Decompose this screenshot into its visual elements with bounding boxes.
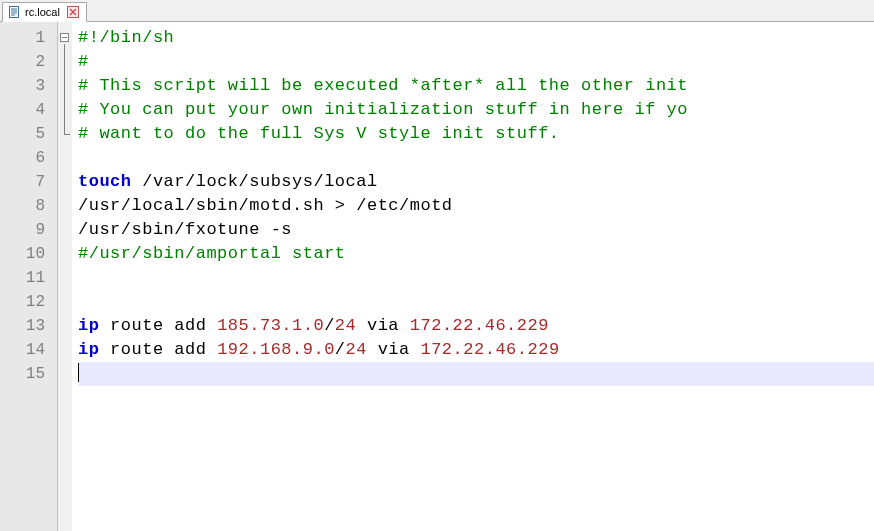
tab-label: rc.local <box>25 6 60 18</box>
code-line[interactable]: # This script will be executed *after* a… <box>78 74 874 98</box>
code-line[interactable] <box>78 146 874 170</box>
code-token: 24 <box>335 316 356 335</box>
code-token: /usr/local/sbin/motd.sh > /etc/motd <box>78 196 453 215</box>
text-caret <box>78 363 79 382</box>
svg-rect-0 <box>10 7 19 18</box>
code-token: /usr/sbin/fxotune -s <box>78 220 292 239</box>
code-token: via <box>356 316 410 335</box>
line-number: 5 <box>0 122 57 146</box>
editor-area: 123456789101112131415 #!/bin/sh## This s… <box>0 22 874 531</box>
file-tab[interactable]: rc.local <box>2 2 87 22</box>
code-token: ip <box>78 340 99 359</box>
code-line[interactable] <box>78 266 874 290</box>
fold-margin[interactable] <box>58 22 72 531</box>
code-line[interactable]: ip route add 185.73.1.0/24 via 172.22.46… <box>78 314 874 338</box>
line-number: 13 <box>0 314 57 338</box>
code-line[interactable]: # <box>78 50 874 74</box>
code-token: 185.73.1.0 <box>217 316 324 335</box>
code-token: / <box>335 340 346 359</box>
code-line[interactable]: /usr/sbin/fxotune -s <box>78 218 874 242</box>
line-number: 7 <box>0 170 57 194</box>
code-token: route add <box>99 316 217 335</box>
code-line[interactable]: touch /var/lock/subsys/local <box>78 170 874 194</box>
line-number: 2 <box>0 50 57 74</box>
line-number-gutter: 123456789101112131415 <box>0 22 58 531</box>
code-token: / <box>324 316 335 335</box>
code-line[interactable]: /usr/local/sbin/motd.sh > /etc/motd <box>78 194 874 218</box>
code-token: #/usr/sbin/amportal start <box>78 244 346 263</box>
code-token: 172.22.46.229 <box>420 340 559 359</box>
code-token: 172.22.46.229 <box>410 316 549 335</box>
code-token: route add <box>99 340 217 359</box>
fold-guide <box>64 44 65 134</box>
line-number: 6 <box>0 146 57 170</box>
line-number: 15 <box>0 362 57 386</box>
line-number: 4 <box>0 98 57 122</box>
line-number: 8 <box>0 194 57 218</box>
file-icon <box>7 5 21 19</box>
code-token: # You can put your own initialization st… <box>78 100 688 119</box>
code-line[interactable]: # You can put your own initialization st… <box>78 98 874 122</box>
code-token: 24 <box>346 340 367 359</box>
code-area[interactable]: #!/bin/sh## This script will be executed… <box>72 22 874 531</box>
code-line[interactable] <box>78 362 874 386</box>
code-token: ip <box>78 316 99 335</box>
line-number: 9 <box>0 218 57 242</box>
code-token: 192.168.9.0 <box>217 340 335 359</box>
line-number: 3 <box>0 74 57 98</box>
tabbar: rc.local <box>0 0 874 22</box>
code-token: # want to do the full Sys V style init s… <box>78 124 560 143</box>
fold-toggle-icon[interactable] <box>60 33 69 42</box>
code-token: # <box>78 52 89 71</box>
close-icon[interactable] <box>66 5 80 19</box>
line-number: 1 <box>0 26 57 50</box>
code-line[interactable]: #/usr/sbin/amportal start <box>78 242 874 266</box>
code-token: /var/lock/subsys/local <box>132 172 378 191</box>
code-line[interactable] <box>78 290 874 314</box>
editor-window: rc.local 123456789101112131415 #!/bin/sh… <box>0 0 874 531</box>
line-number: 14 <box>0 338 57 362</box>
fold-end-icon <box>64 134 70 135</box>
line-number: 11 <box>0 266 57 290</box>
line-number: 10 <box>0 242 57 266</box>
code-line[interactable]: # want to do the full Sys V style init s… <box>78 122 874 146</box>
line-number: 12 <box>0 290 57 314</box>
code-line[interactable]: ip route add 192.168.9.0/24 via 172.22.4… <box>78 338 874 362</box>
code-line[interactable]: #!/bin/sh <box>78 26 874 50</box>
code-token: # This script will be executed *after* a… <box>78 76 688 95</box>
code-token: #!/bin/sh <box>78 28 174 47</box>
code-token: via <box>367 340 421 359</box>
code-token: touch <box>78 172 132 191</box>
